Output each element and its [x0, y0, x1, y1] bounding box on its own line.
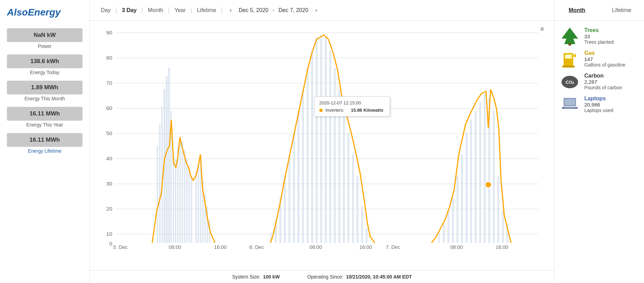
svg-text:30: 30: [106, 181, 113, 187]
eco-text-trees: Trees 33 Trees planted: [584, 27, 614, 45]
system-size-section: System Size: 100 kW: [232, 274, 280, 280]
nav-day[interactable]: Day: [97, 0, 115, 20]
svg-text:16:00: 16:00: [214, 244, 226, 250]
eco-value-trees: 33: [584, 33, 614, 39]
svg-rect-42: [188, 167, 190, 243]
stat-month-label: Energy This Month: [25, 96, 65, 101]
svg-text:CO₂: CO₂: [566, 80, 574, 85]
svg-text:50: 50: [106, 131, 113, 137]
eco-text-carbon: Carbon 2,287 Pounds of carbon: [584, 73, 622, 90]
svg-rect-62: [320, 35, 322, 243]
svg-text:08:00: 08:00: [450, 244, 463, 250]
svg-rect-82: [479, 102, 481, 243]
svg-rect-68: [348, 133, 349, 243]
svg-text:7. Dec: 7. Dec: [386, 244, 400, 250]
laptop-icon: [560, 94, 579, 114]
svg-rect-73: [438, 232, 440, 243]
operating-since-value: 10/21/2020, 10:45:00 AM EDT: [346, 274, 412, 280]
stat-lifetime-label-suffix: Lifetime: [45, 148, 61, 154]
eco-title-gas: Gas: [584, 50, 625, 56]
svg-rect-33: [168, 68, 170, 243]
chart-menu-icon[interactable]: ≡: [540, 26, 544, 33]
svg-text:10: 10: [106, 231, 113, 237]
nav-divider-3: |: [167, 7, 170, 14]
eco-item-trees: Trees 33 Trees planted: [560, 26, 638, 46]
svg-text:16:00: 16:00: [496, 244, 508, 250]
svg-rect-80: [470, 120, 472, 243]
nav-divider-2: |: [141, 7, 144, 14]
nav-next-arrow[interactable]: ›: [312, 5, 320, 15]
stat-lifetime-label-prefix: Energy: [28, 148, 45, 154]
nav-date-start: Dec 5, 2020: [238, 7, 268, 13]
eco-title-trees: Trees: [584, 27, 614, 33]
nav-lifetime[interactable]: Lifetime: [193, 0, 221, 20]
svg-rect-92: [565, 54, 572, 59]
right-tab-month[interactable]: Month: [555, 4, 599, 16]
svg-text:08:00: 08:00: [169, 244, 181, 250]
svg-rect-44: [195, 172, 197, 243]
stat-year-label: Energy This Year: [26, 122, 63, 128]
svg-rect-36: [175, 159, 176, 243]
svg-text:08:00: 08:00: [310, 244, 322, 250]
eco-value-carbon: 2,287: [584, 79, 622, 85]
nav-date-section: ‹ Dec 5, 2020 - Dec 7, 2020 ›: [227, 5, 320, 15]
svg-rect-94: [575, 54, 576, 57]
nav-prev-arrow[interactable]: ‹: [227, 5, 234, 15]
nav-3day[interactable]: 3 Day: [118, 0, 141, 20]
svg-rect-59: [307, 68, 309, 243]
nav-year[interactable]: Year: [170, 0, 190, 20]
svg-rect-70: [357, 176, 358, 243]
eco-desc-laptops: Laptops used: [584, 108, 613, 113]
svg-rect-74: [443, 224, 445, 243]
stat-power-value: NaN kW: [7, 28, 82, 42]
co2-icon: CO₂: [560, 72, 579, 91]
svg-text:0: 0: [109, 241, 112, 246]
eco-item-gas: Gas 147 Gallons of gasoline: [560, 49, 638, 68]
nav-date-separator: -: [273, 7, 274, 13]
svg-rect-101: [565, 108, 575, 108]
stat-lifetime-label: Energy Lifetime: [28, 148, 61, 154]
nav-divider-5: |: [221, 7, 224, 14]
svg-rect-32: [166, 76, 168, 243]
main-content: Day | 3 Day | Month | Year | Lifetime | …: [90, 0, 554, 283]
svg-rect-35: [173, 154, 174, 243]
eco-value-gas: 147: [584, 56, 625, 62]
svg-rect-75: [447, 211, 449, 243]
svg-rect-55: [289, 154, 290, 243]
nav-divider-4: |: [190, 7, 193, 14]
svg-rect-41: [186, 159, 188, 243]
eco-desc-carbon: Pounds of carbon: [584, 85, 622, 90]
svg-rect-45: [198, 163, 199, 243]
sidebar: AlsoEnergy NaN kW Power 138.6 kWh Energy…: [0, 0, 90, 283]
svg-rect-71: [361, 206, 363, 243]
gas-icon: [560, 49, 579, 68]
tree-icon: [560, 26, 579, 46]
chart-tooltip-dot: [485, 182, 491, 188]
svg-marker-89: [562, 28, 578, 44]
operating-since-label: Operating Since:: [307, 274, 343, 280]
svg-text:60: 60: [106, 105, 113, 111]
svg-text:40: 40: [106, 156, 113, 162]
svg-rect-29: [159, 124, 160, 243]
eco-desc-trees: Trees planted: [584, 39, 614, 45]
svg-rect-28: [157, 146, 158, 243]
svg-rect-40: [184, 150, 185, 243]
stat-year-value: 16.11 MWh: [7, 107, 82, 121]
svg-text:80: 80: [106, 55, 113, 61]
svg-rect-83: [484, 93, 486, 243]
system-size-label: System Size:: [232, 274, 261, 280]
svg-rect-66: [339, 89, 340, 243]
stat-today-value: 138.6 kWh: [7, 54, 82, 68]
svg-rect-69: [352, 154, 354, 243]
chart-svg: 90 80 70 60 50 40 30 20 10 0 5. Dec 08:0…: [93, 24, 547, 250]
stat-today-label: Energy Today: [30, 70, 59, 75]
nav-month[interactable]: Month: [144, 0, 167, 20]
eco-value-laptops: 20,986: [584, 102, 613, 108]
svg-rect-78: [461, 154, 463, 243]
svg-rect-39: [182, 141, 183, 243]
right-tab-lifetime[interactable]: Lifetime: [599, 4, 644, 16]
eco-items-list: Trees 33 Trees planted Gas: [555, 21, 644, 119]
eco-text-gas: Gas 147 Gallons of gasoline: [584, 50, 625, 68]
svg-rect-76: [452, 198, 454, 243]
svg-rect-43: [191, 176, 192, 243]
